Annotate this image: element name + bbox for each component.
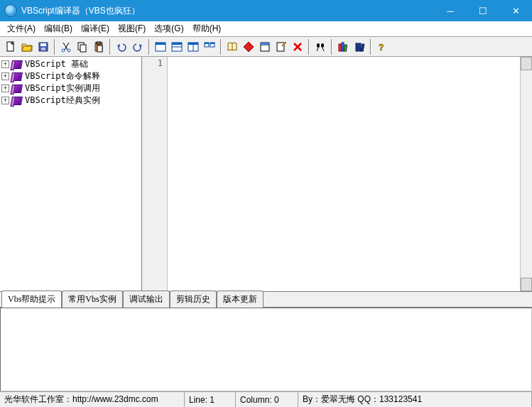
tree-label: VBScript 基础	[25, 58, 88, 70]
toolbar-separator	[370, 39, 371, 55]
window-layout4-icon[interactable]	[202, 39, 217, 55]
menu-bar: 文件(A) 编辑(B) 编译(E) 视图(F) 选项(G) 帮助(H)	[0, 21, 532, 37]
svg-rect-33	[356, 43, 358, 51]
book-icon	[11, 97, 23, 105]
window-layout1-icon[interactable]	[153, 39, 168, 55]
svg-point-28	[317, 43, 320, 48]
svg-rect-3	[41, 48, 45, 50]
book-icon[interactable]	[224, 39, 240, 55]
window-controls: ─ ☐ ✕	[434, 0, 532, 21]
books1-icon[interactable]	[335, 39, 351, 55]
menu-edit[interactable]: 编辑(B)	[40, 21, 77, 36]
open-file-icon[interactable]	[19, 39, 35, 55]
menu-help[interactable]: 帮助(H)	[188, 21, 226, 36]
menu-view[interactable]: 视图(F)	[114, 21, 150, 36]
expand-icon[interactable]: +	[1, 85, 9, 92]
tree-label: VBScript命令解释	[25, 70, 100, 82]
svg-rect-2	[40, 43, 46, 46]
menu-file[interactable]: 文件(A)	[3, 21, 40, 36]
toolbar-separator	[308, 39, 310, 55]
svg-rect-7	[80, 45, 86, 52]
undo-icon[interactable]	[114, 39, 129, 55]
status-line: Line: 1	[185, 392, 236, 407]
app-icon	[4, 4, 17, 17]
svg-rect-34	[359, 43, 361, 51]
code-editor[interactable]	[168, 57, 520, 291]
main-area: +VBScript 基础 +VBScript命令解释 +VBScript实例调用…	[0, 57, 532, 292]
svg-rect-12	[156, 43, 165, 45]
expand-icon[interactable]: +	[1, 60, 9, 68]
svg-point-29	[321, 43, 324, 48]
help-icon[interactable]: ?	[374, 39, 390, 55]
form-icon[interactable]	[257, 39, 273, 55]
tab-version-update[interactable]: 版本更新	[217, 291, 264, 308]
bottom-tabs: Vbs帮助提示 常用Vbs实例 调试输出 剪辑历史 版本更新	[0, 292, 532, 308]
svg-rect-17	[188, 43, 198, 45]
toolbar: ?	[0, 37, 532, 57]
svg-rect-21	[205, 43, 209, 44]
find-icon[interactable]	[313, 39, 328, 55]
edit-doc-icon[interactable]	[273, 39, 289, 55]
menu-compile[interactable]: 编译(E)	[77, 21, 114, 36]
status-column: Column: 0	[236, 392, 298, 407]
maximize-button[interactable]: ☐	[467, 0, 499, 21]
svg-rect-26	[261, 43, 269, 45]
svg-rect-32	[344, 44, 347, 50]
svg-rect-14	[172, 43, 182, 45]
toolbar-separator	[220, 39, 222, 55]
tab-help-hint[interactable]: Vbs帮助提示	[1, 291, 62, 308]
svg-rect-10	[97, 45, 102, 52]
cut-icon[interactable]	[58, 39, 74, 55]
status-workshop: 光华软件工作室：http://www.23dmc.com	[0, 392, 185, 407]
toolbar-separator	[54, 39, 55, 55]
paste-icon[interactable]	[91, 39, 107, 55]
svg-point-4	[62, 49, 65, 52]
tab-debug-output[interactable]: 调试输出	[123, 291, 170, 308]
status-author: By：爱翠无悔 QQ：133123541	[298, 392, 532, 407]
tree-panel[interactable]: +VBScript 基础 +VBScript命令解释 +VBScript实例调用…	[0, 57, 142, 291]
tab-common-examples[interactable]: 常用Vbs实例	[62, 291, 122, 308]
toolbar-separator	[109, 39, 111, 55]
svg-rect-31	[342, 43, 344, 51]
book-icon	[11, 60, 23, 69]
svg-text:?: ?	[379, 43, 384, 53]
svg-rect-30	[339, 44, 341, 51]
books2-icon[interactable]	[352, 39, 367, 55]
copy-icon[interactable]	[75, 39, 90, 55]
menu-options[interactable]: 选项(G)	[150, 21, 188, 36]
editor-area: 1	[142, 57, 532, 291]
tree-label: VBScript实例调用	[25, 82, 100, 94]
tree-item[interactable]: +VBScript 基础	[1, 58, 140, 70]
line-gutter: 1	[142, 57, 168, 291]
redo-icon[interactable]	[130, 39, 146, 55]
minimize-button[interactable]: ─	[434, 0, 467, 21]
svg-rect-35	[361, 43, 364, 50]
delete-x-icon[interactable]	[290, 39, 305, 55]
tree-item[interactable]: +VBScript经典实例	[1, 94, 140, 107]
svg-rect-22	[210, 43, 215, 44]
book-icon	[11, 72, 23, 81]
title-bar: VBScript编译器（VBS也疯狂） ─ ☐ ✕	[0, 0, 532, 21]
window-layout2-icon[interactable]	[169, 39, 185, 55]
window-layout3-icon[interactable]	[185, 39, 201, 55]
vertical-scrollbar[interactable]	[520, 57, 532, 291]
toolbar-separator	[331, 39, 332, 55]
book-icon	[11, 85, 23, 93]
expand-icon[interactable]: +	[1, 72, 9, 80]
bottom-panel[interactable]	[0, 308, 532, 391]
close-button[interactable]: ✕	[499, 0, 532, 21]
tree-item[interactable]: +VBScript命令解释	[1, 70, 140, 82]
new-file-icon[interactable]	[3, 39, 18, 55]
svg-rect-9	[97, 42, 101, 44]
window-title: VBScript编译器（VBS也疯狂）	[21, 5, 434, 17]
toolbar-separator	[148, 39, 150, 55]
tree-label: VBScript经典实例	[25, 94, 100, 107]
svg-point-5	[67, 49, 70, 52]
expand-icon[interactable]: +	[1, 97, 9, 104]
diamond-red-icon[interactable]	[241, 39, 256, 55]
status-bar: 光华软件工作室：http://www.23dmc.com Line: 1 Col…	[0, 391, 532, 407]
save-file-icon[interactable]	[36, 39, 51, 55]
tree-item[interactable]: +VBScript实例调用	[1, 82, 140, 94]
tab-clip-history[interactable]: 剪辑历史	[170, 291, 217, 308]
